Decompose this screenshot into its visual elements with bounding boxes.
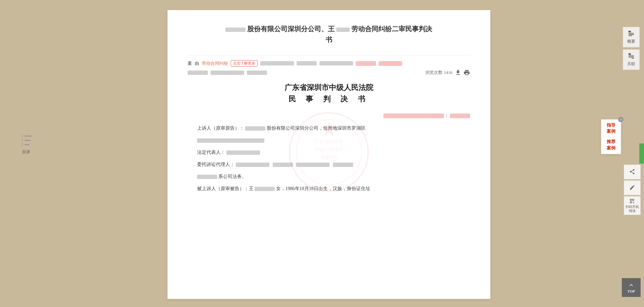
company-blur	[197, 175, 217, 179]
toc-sidebar: 1 2 3 目录	[20, 134, 32, 155]
case-num-blur-2	[450, 114, 470, 118]
agent-blur-4	[333, 163, 353, 167]
agent-blur-3	[296, 163, 330, 167]
meta-row: 浏览次数 1416	[188, 69, 470, 76]
edit-button[interactable]	[624, 180, 641, 195]
right-sidebar: 概要 关联	[622, 27, 641, 71]
company-affairs-text: 系公司法务。	[218, 174, 247, 179]
case-info-row: 案 由 劳动合同纠纷 点击了解更多	[188, 60, 470, 67]
title-blur-1	[225, 28, 245, 32]
title-text-2: 劳动合同纠纷二审民事判决	[351, 25, 432, 33]
print-icon[interactable]	[463, 69, 470, 76]
court-name: 广东省深圳市中级人民法院	[188, 83, 470, 93]
case-num-blur-1	[383, 114, 444, 118]
share-button[interactable]	[624, 165, 641, 179]
agent-label: 委托诉讼代理人：	[197, 162, 235, 167]
toc-label[interactable]: 目录	[22, 149, 30, 155]
svg-rect-5	[629, 55, 634, 56]
guiding-case-link[interactable]: 指导案例	[605, 122, 617, 134]
svg-rect-6	[629, 57, 634, 57]
legal-rep-blur	[226, 150, 260, 155]
case-number-row: |	[188, 111, 470, 120]
view-label-text: 浏览次数	[425, 70, 443, 75]
top-label: TOP	[628, 289, 635, 293]
svg-rect-1	[629, 33, 634, 34]
title-blur-2	[336, 28, 350, 32]
defendant-blur	[255, 187, 275, 191]
case-label: 案	[188, 60, 192, 67]
defendant-row: 被上诉人（原审被告）：王 女，1986年10月18日出生，汉族，身份证住址	[188, 184, 470, 193]
meta-blur-2	[211, 71, 244, 75]
scan-label: 扫码手机阅读	[624, 205, 640, 213]
case-blur-1	[260, 61, 294, 65]
main-content: 股份有限公司深圳分公司、王 劳动合同纠纷二审民事判决 书 案 由 劳动合同纠纷 …	[167, 10, 490, 299]
related-label: 关联	[627, 61, 635, 67]
svg-rect-7	[632, 58, 634, 59]
download-icon[interactable]	[455, 69, 461, 76]
view-count-value: 1416	[444, 70, 453, 75]
court-header: 广东省深圳市中级人民法院 民 事 判 决 书	[188, 83, 470, 104]
title-text-1: 股份有限公司深圳分公司、王	[247, 25, 335, 33]
recommended-case-link[interactable]: 推荐案例	[605, 139, 617, 151]
case-info-section: 案 由 劳动合同纠纷 点击了解更多 浏览次数	[188, 55, 470, 76]
svg-rect-2	[629, 34, 634, 35]
legal-rep-label: 法定代表人：	[197, 150, 225, 155]
close-panel-button[interactable]: ×	[618, 117, 623, 122]
company-affairs-row: 系公司法务。	[197, 172, 470, 181]
action-buttons-group: 扫码手机阅读	[624, 165, 641, 215]
plaintiff-row: 上诉人（原审原告）： 股份有限公司深圳分公司，住所地深圳市罗湖区	[188, 124, 470, 133]
top-button[interactable]: TOP	[622, 278, 641, 297]
related-button[interactable]: 关联	[623, 49, 640, 70]
agent-blur-1	[236, 163, 269, 167]
view-count-label: 浏览次数 1416	[425, 70, 452, 76]
svg-rect-3	[629, 36, 632, 36]
svg-rect-0	[629, 31, 631, 33]
scan-qr-button[interactable]: 扫码手机阅读	[624, 196, 641, 215]
agent-blur-2	[273, 163, 293, 167]
plaintiff-name-text: 股份有限公司深圳分公司，住所地深圳市罗湖区	[267, 126, 366, 131]
page-wrapper: 股份有限公司深圳分公司、王 劳动合同纠纷二审民事判决 书 案 由 劳动合同纠纷 …	[0, 0, 644, 307]
floating-case-panel: × 指导案例 推荐案例	[601, 119, 621, 154]
green-tab	[639, 143, 644, 164]
defendant-info-text: 女，1986年10月18日出生，汉族，身份证住址	[276, 186, 370, 191]
document-title: 股份有限公司深圳分公司、王 劳动合同纠纷二审民事判决 书	[188, 24, 470, 45]
meta-blur-3	[247, 71, 267, 75]
plaintiff-label: 上诉人（原审原告）：	[197, 126, 244, 131]
meta-blur-1	[188, 71, 208, 75]
overview-label: 概要	[627, 39, 635, 44]
title-line2: 书	[188, 34, 470, 45]
case-blur-3	[319, 61, 353, 65]
case-by: 由	[195, 60, 199, 67]
case-blur-pink-1	[356, 61, 376, 66]
plaintiff-blur	[245, 126, 265, 131]
top-arrow-icon	[628, 282, 635, 289]
tag-more-button[interactable]: 点击了解更多	[231, 60, 258, 67]
case-blur-pink-2	[379, 61, 402, 66]
defendant-label: 被上诉人（原审被告）：王	[197, 186, 254, 191]
overview-button[interactable]: 概要	[623, 27, 640, 47]
doc-body: 广东省深圳市 中级人民法院 民事审判 | 上诉人（原审原告）： 股份有限公司深圳…	[188, 111, 470, 193]
legal-rep-row: 法定代表人：	[188, 148, 470, 157]
doc-type-title: 民 事 判 决 书	[188, 94, 470, 104]
svg-rect-4	[629, 53, 631, 55]
case-blur-2	[297, 61, 317, 65]
addr-blur-1	[197, 138, 264, 143]
case-type-link[interactable]: 劳动合同纠纷	[202, 60, 228, 67]
agent-row: 委托诉讼代理人：	[188, 160, 470, 169]
plaintiff-address-row	[197, 136, 470, 145]
toc-icon-container: 1 2 3	[20, 134, 32, 146]
